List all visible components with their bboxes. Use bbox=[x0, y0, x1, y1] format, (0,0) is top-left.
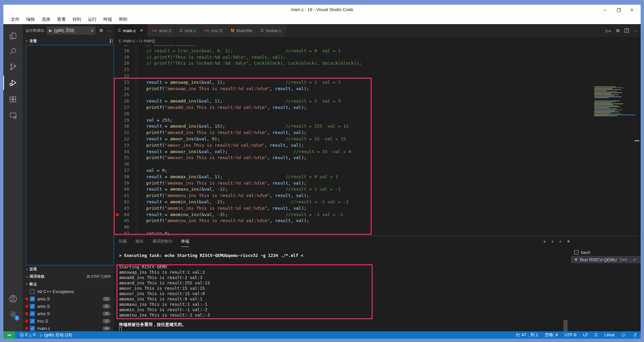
breakpoint-checkbox[interactable]: ✓ bbox=[30, 319, 35, 324]
run-debug-icon[interactable] bbox=[3, 75, 23, 90]
code-text: printf("amomaxu_ins This is result:%d va… bbox=[136, 193, 309, 199]
activity-bar: 1 bbox=[3, 24, 23, 331]
chevron-down-icon: ∨ bbox=[91, 28, 93, 33]
remote-explorer-icon[interactable] bbox=[3, 108, 23, 123]
menu-item-运行[interactable]: 运行 bbox=[85, 15, 100, 24]
terminal-list-item[interactable]: ⚒Run RISCV-QEMUTask✓ bbox=[571, 256, 641, 263]
restore-button[interactable] bbox=[612, 5, 625, 15]
breakpoint-row[interactable]: ✓amo.S39 bbox=[23, 310, 114, 317]
settings-gear-icon[interactable]: 1 bbox=[3, 306, 23, 322]
status-item[interactable]: 空格: 4 bbox=[545, 332, 558, 338]
line-number: 39 bbox=[114, 180, 129, 187]
file-icon: C bbox=[118, 28, 121, 33]
breakpoint-checkbox[interactable]: ✓ bbox=[30, 304, 35, 309]
remote-indicator[interactable]: >< bbox=[3, 331, 15, 339]
code-line: 35 printf("amoxor_ins This is result:%d … bbox=[114, 155, 641, 161]
breakpoints-label: 断点 bbox=[30, 282, 37, 287]
breadcrumb-symbol[interactable]: main() bbox=[144, 39, 155, 43]
tab-lock.c[interactable]: Clock.c bbox=[176, 24, 200, 37]
close-panel-icon[interactable]: ✕ bbox=[567, 239, 570, 244]
menu-item-转到[interactable]: 转到 bbox=[69, 15, 85, 24]
watch-section-header[interactable]: › 监视 bbox=[23, 265, 114, 273]
status-item[interactable]: C bbox=[595, 333, 598, 337]
menu-item-终端[interactable]: 终端 bbox=[100, 15, 115, 24]
notifications-bell-icon[interactable] bbox=[633, 333, 637, 337]
terminal-scrollbar[interactable] bbox=[564, 320, 568, 331]
menu-item-帮助[interactable]: 帮助 bbox=[115, 15, 131, 24]
close-icon[interactable]: ✕ bbox=[140, 28, 143, 33]
breakpoint-row[interactable]: ✓All C++ Exceptions bbox=[23, 288, 114, 295]
callstack-section-header[interactable]: › 调用堆栈 因 STEP 已暂停 bbox=[23, 273, 114, 280]
line-number: 47 bbox=[114, 230, 129, 235]
code-line: 34 result = amoxor_ins(&val, val); //res… bbox=[114, 149, 641, 155]
breakpoint-row[interactable]: ✓lrsc.S10 bbox=[23, 317, 114, 325]
tab-foobar.c[interactable]: Cfoobar.c bbox=[257, 24, 286, 37]
breakpoints-section-header[interactable]: › 断点 bbox=[23, 280, 114, 288]
extensions-icon[interactable] bbox=[3, 92, 23, 107]
maximize-panel-icon[interactable]: ∧ bbox=[559, 240, 561, 243]
code-line: 24 printf("amoswap_ins This is result:%d… bbox=[114, 86, 641, 92]
breadcrumb[interactable]: C main.c › main() bbox=[114, 37, 641, 45]
minimap[interactable] bbox=[594, 85, 635, 235]
breakpoint-checkbox[interactable]: ✓ bbox=[30, 289, 35, 294]
breakpoint-checkbox[interactable]: ✓ bbox=[30, 326, 35, 331]
start-debug-icon[interactable]: ▶ bbox=[49, 28, 52, 33]
launch-config-label: (gdb) 启动 bbox=[54, 27, 91, 33]
tab-main.c[interactable]: Cmain.c✕ bbox=[114, 24, 148, 37]
new-terminal-icon[interactable]: + bbox=[543, 239, 546, 244]
code-line: 17 // LockInit(&lock); bbox=[114, 45, 641, 48]
more-actions-icon[interactable]: ··· bbox=[107, 28, 111, 33]
split-editor-icon[interactable] bbox=[625, 28, 629, 32]
more-actions-icon[interactable]: ··· bbox=[634, 28, 638, 33]
tab-lrsc.S[interactable]: ASMlrsc.S bbox=[200, 24, 227, 37]
terminal-list-item[interactable]: ›bash bbox=[571, 249, 641, 256]
gear-icon[interactable]: ⚙ bbox=[99, 28, 103, 33]
breakpoint-row[interactable]: ✓amo.S31 bbox=[23, 302, 114, 310]
panel-tab-问题[interactable]: 问题 bbox=[119, 236, 127, 247]
problems-status[interactable]: ✕ 0 △ 0 bbox=[20, 333, 35, 337]
breakpoint-checkbox[interactable]: ✓ bbox=[30, 311, 35, 316]
status-item[interactable]: UTF-8 bbox=[565, 333, 576, 337]
launch-config-dropdown[interactable]: ▶ (gdb) 启动 ∨ bbox=[47, 26, 96, 35]
panel-tab-调试控制台[interactable]: 调试控制台 bbox=[152, 236, 172, 247]
variables-section-header[interactable]: › 变量 bbox=[23, 37, 114, 45]
terminal-view[interactable]: > Executing task: echo Starting RISCV-QE… bbox=[119, 249, 567, 331]
status-item[interactable]: Linux bbox=[604, 333, 614, 337]
breadcrumb-file[interactable]: main.c bbox=[123, 39, 135, 43]
menu-item-查看[interactable]: 查看 bbox=[54, 15, 69, 24]
run-or-debug-icon[interactable]: ▷∨ bbox=[606, 28, 611, 33]
code-text: result = amoswap_ins(&val, 2); //result … bbox=[136, 79, 341, 86]
status-item[interactable]: LF bbox=[583, 333, 588, 337]
breakpoint-row[interactable]: ✓amo.S23 bbox=[23, 295, 114, 302]
tab-Makefile[interactable]: MMakefile bbox=[227, 24, 257, 37]
line-number: 33 bbox=[114, 142, 129, 149]
debug-status[interactable]: ▷ (gdb) 启动 (18) bbox=[40, 332, 72, 338]
line-number: 43 bbox=[114, 205, 129, 212]
breakpoint-dot[interactable] bbox=[116, 213, 119, 216]
menu-item-选择[interactable]: 选择 bbox=[38, 15, 54, 24]
panel-tab-输出[interactable]: 输出 bbox=[136, 236, 144, 247]
line-number: 26 bbox=[114, 98, 129, 105]
variables-panel[interactable] bbox=[26, 45, 114, 265]
gear-icon[interactable]: ⚙ bbox=[616, 28, 620, 33]
code-editor[interactable]: 17 // LockInit(&lock);18 // result = lrs… bbox=[114, 45, 641, 235]
tab-amo.S[interactable]: ASMamo.S bbox=[148, 24, 176, 37]
close-button[interactable]: ✕ bbox=[625, 5, 639, 15]
breakpoint-checkbox[interactable]: ✓ bbox=[30, 296, 35, 301]
split-panel-icon[interactable] bbox=[110, 39, 113, 43]
panel-tab-终端[interactable]: 终端 bbox=[181, 236, 189, 247]
minimize-button[interactable]: ─ bbox=[598, 5, 612, 15]
menu-item-文件[interactable]: 文件 bbox=[7, 15, 23, 24]
feedback-icon[interactable] bbox=[621, 333, 626, 337]
terminal-dropdown-icon[interactable]: ∨ bbox=[551, 240, 553, 243]
breakpoint-row[interactable]: ✓main.c44 bbox=[23, 325, 114, 332]
status-item[interactable]: 行 47，列 1 bbox=[516, 332, 538, 338]
breakpoint-label: main.c bbox=[37, 326, 50, 331]
terminal-line: amoor_ins This is result:15 val:15 bbox=[119, 286, 210, 291]
explorer-icon[interactable] bbox=[3, 28, 23, 44]
account-icon[interactable] bbox=[3, 291, 23, 306]
search-icon[interactable] bbox=[3, 44, 23, 59]
menu-item-编辑[interactable]: 编辑 bbox=[23, 15, 38, 24]
source-control-icon[interactable] bbox=[3, 59, 23, 75]
code-text: printf("amoand_ins This is result:%d val… bbox=[136, 130, 307, 136]
